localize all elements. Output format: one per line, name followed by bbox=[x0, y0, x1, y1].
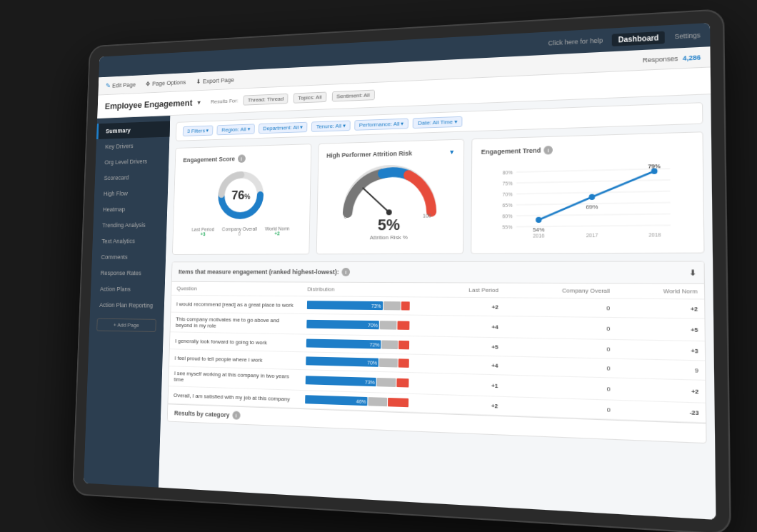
settings-link[interactable]: Settings bbox=[675, 31, 701, 40]
bar-red bbox=[396, 378, 408, 387]
help-link[interactable]: Click here for help bbox=[548, 36, 603, 46]
filter-thread[interactable]: Thread: Thread bbox=[243, 93, 288, 105]
world-norm-cell: +2 bbox=[616, 298, 705, 318]
svg-point-22 bbox=[536, 216, 541, 222]
widgets-row: Engagement Score i bbox=[172, 131, 705, 255]
last-period-cell: +5 bbox=[426, 336, 504, 356]
filter-bar: Results For: Thread: Thread Topics: All … bbox=[211, 89, 375, 106]
laptop-frame: Click here for help Dashboard Settings ✎… bbox=[72, 9, 731, 532]
gauge-label-norm: World Norm +2 bbox=[265, 226, 290, 236]
info-icon-table[interactable]: i bbox=[341, 267, 350, 276]
filter-topics[interactable]: Topics: All bbox=[294, 91, 326, 103]
gauge-container: 76% Last Period +3 Company Overall bbox=[181, 166, 302, 236]
distribution-cell: 73% bbox=[301, 296, 427, 315]
laptop-screen: Click here for help Dashboard Settings ✎… bbox=[84, 22, 716, 519]
responses-count: Responses 4,286 bbox=[643, 53, 701, 63]
trend-chart-svg: 80% 75% 70% 65% 60% 55% 2016 2017 2018 bbox=[481, 156, 694, 241]
attrition-label: Attrition Risk % bbox=[370, 234, 408, 240]
svg-line-7 bbox=[516, 169, 670, 172]
question-cell: This company motivates me to go above an… bbox=[171, 312, 302, 334]
svg-text:100: 100 bbox=[423, 213, 431, 219]
sidebar-item-scorecard[interactable]: Scorecard bbox=[95, 169, 169, 186]
trend-title: Engagement Trend i bbox=[481, 141, 693, 156]
bar-red bbox=[401, 301, 409, 310]
gauge-label-last-period: Last Period +3 bbox=[191, 226, 214, 236]
company-overall-cell: 0 bbox=[504, 337, 616, 358]
info-icon-results[interactable]: i bbox=[232, 411, 240, 419]
last-period-cell: +2 bbox=[426, 393, 504, 415]
company-overall-cell: 0 bbox=[504, 396, 617, 419]
svg-line-3 bbox=[363, 187, 389, 212]
col-distribution: Distribution bbox=[302, 282, 427, 296]
svg-text:2018: 2018 bbox=[648, 231, 661, 237]
sidebar-item-action-plan-reporting[interactable]: Action Plan Reporting bbox=[90, 296, 164, 313]
col-last-period: Last Period bbox=[427, 283, 505, 298]
world-norm-cell: 9 bbox=[616, 358, 705, 380]
svg-line-11 bbox=[516, 214, 671, 216]
question-cell: I would recommend [read] as a great plac… bbox=[171, 295, 301, 313]
sidebar-item-comments[interactable]: Comments bbox=[91, 249, 166, 265]
donut-value: 76% bbox=[231, 188, 251, 202]
filter-chip-tenure[interactable]: Tenure: All ▾ bbox=[311, 120, 350, 131]
donut-unit: % bbox=[244, 192, 250, 200]
filter-chip-performance[interactable]: Performance: All ▾ bbox=[354, 118, 408, 130]
svg-text:79%: 79% bbox=[648, 162, 661, 169]
filter-icon[interactable]: ▼ bbox=[448, 148, 455, 155]
sidebar-item-action-plans[interactable]: Action Plans bbox=[91, 281, 165, 297]
sidebar-item-summary[interactable]: Summary bbox=[96, 121, 170, 139]
col-norm: World Norm bbox=[616, 283, 704, 299]
download-icon[interactable]: ⬇ bbox=[689, 268, 696, 276]
bar-red bbox=[398, 340, 409, 348]
attrition-risk-widget: High Performer Attrition Risk ▼ bbox=[316, 139, 464, 254]
filter-chip-filters[interactable]: 3 Filters ▾ bbox=[183, 125, 214, 136]
add-page-btn[interactable]: + Add Page bbox=[96, 318, 156, 331]
bar-gray bbox=[379, 358, 397, 367]
sidebar-item-text-analytics[interactable]: Text Analytics bbox=[92, 232, 166, 249]
world-norm-cell: +2 bbox=[616, 378, 706, 403]
export-page-btn[interactable]: ⬇ Export Page bbox=[196, 76, 234, 84]
sidebar-item-key-drivers[interactable]: Key Drivers bbox=[96, 136, 169, 154]
content-area: 3 Filters ▾ Region: All ▾ Department: Al… bbox=[159, 94, 716, 520]
world-norm-cell: +5 bbox=[616, 317, 705, 341]
filter-chip-date[interactable]: Date: All Time ▾ bbox=[413, 116, 462, 128]
bar-red bbox=[398, 358, 408, 368]
svg-text:80%: 80% bbox=[503, 169, 513, 175]
attrition-value: 5% bbox=[378, 216, 401, 234]
sidebar-item-high-flow[interactable]: High Flow bbox=[94, 184, 168, 201]
info-icon-engagement[interactable]: i bbox=[237, 154, 245, 163]
sidebar-item-org-level[interactable]: Org Level Drivers bbox=[95, 152, 169, 170]
bar-red bbox=[397, 321, 409, 329]
sidebar-item-heatmap[interactable]: Heatmap bbox=[94, 200, 168, 217]
col-company: Company Overall bbox=[504, 283, 616, 298]
bar-blue: 73% bbox=[307, 301, 383, 310]
company-overall-cell: 0 bbox=[504, 375, 617, 400]
title-dropdown-icon[interactable]: ▾ bbox=[197, 99, 201, 106]
filter-chip-department[interactable]: Department: All ▾ bbox=[259, 121, 308, 134]
distribution-cell: 70% bbox=[300, 351, 426, 372]
last-period-cell: +2 bbox=[427, 297, 505, 316]
sidebar-item-trending[interactable]: Trending Analysis bbox=[93, 216, 167, 233]
filter-sentiment[interactable]: Sentiment: All bbox=[331, 89, 374, 101]
table-title: Items that measure engagement (ranked hi… bbox=[179, 268, 339, 275]
sidebar: Summary Key Drivers Org Level Drivers Sc… bbox=[84, 116, 170, 488]
bar-blue: 46% bbox=[305, 395, 367, 406]
svg-text:65%: 65% bbox=[502, 202, 513, 208]
svg-text:75%: 75% bbox=[502, 180, 513, 186]
filter-chip-region[interactable]: Region: All ▾ bbox=[217, 124, 255, 135]
donut-chart: 76% bbox=[214, 167, 268, 223]
page-options-btn[interactable]: ❖ Page Options bbox=[146, 78, 186, 86]
results-for-label: Results For: bbox=[211, 97, 239, 104]
world-norm-cell: +3 bbox=[616, 339, 705, 360]
distribution-cell: 72% bbox=[301, 333, 426, 354]
sidebar-item-response-rates[interactable]: Response Rates bbox=[91, 265, 166, 281]
bar-blue: 72% bbox=[306, 338, 381, 348]
info-icon-trend[interactable]: i bbox=[544, 145, 553, 154]
engagement-score-widget: Engagement Score i bbox=[172, 144, 311, 255]
last-period-cell: +4 bbox=[426, 315, 504, 337]
gauge-labels: Last Period +3 Company Overall 0 World N… bbox=[191, 226, 289, 236]
dashboard-link[interactable]: Dashboard bbox=[612, 31, 665, 46]
svg-text:2017: 2017 bbox=[586, 232, 598, 238]
company-overall-cell: 0 bbox=[504, 356, 616, 377]
engagement-score-title: Engagement Score i bbox=[183, 153, 302, 164]
edit-page-btn[interactable]: ✎ Edit Page bbox=[106, 80, 136, 89]
